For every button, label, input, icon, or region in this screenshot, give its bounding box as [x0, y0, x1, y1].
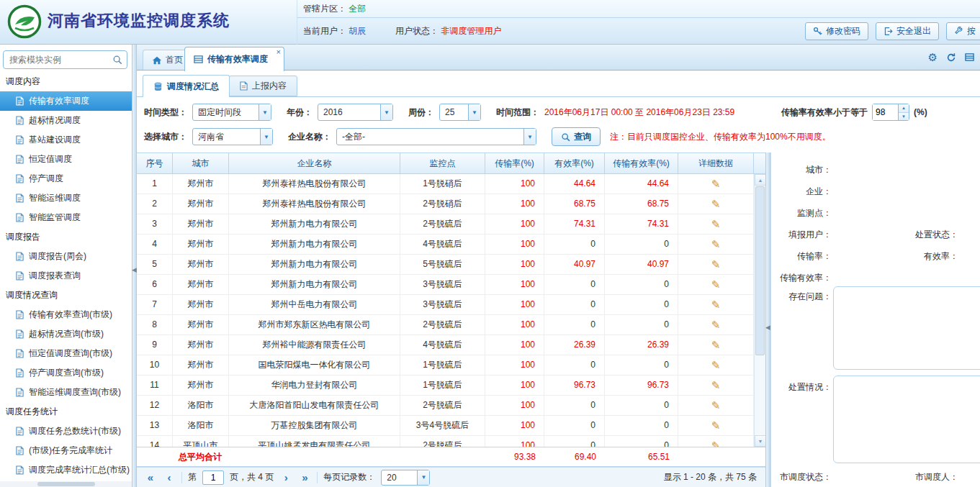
- edit-detail-icon[interactable]: ✎: [711, 339, 721, 351]
- column-header[interactable]: 传输有效率(%): [605, 153, 678, 173]
- edit-detail-icon[interactable]: ✎: [711, 399, 721, 411]
- next-page-button[interactable]: ›: [279, 472, 292, 483]
- edit-detail-icon[interactable]: ✎: [711, 178, 721, 190]
- column-header[interactable]: 城市: [173, 153, 229, 173]
- refresh-icon[interactable]: [946, 53, 956, 63]
- year-select[interactable]: 2016 ▼: [318, 104, 393, 121]
- logout-button[interactable]: 安全退出: [876, 22, 939, 40]
- cell-company: 郑州新力电力有限公司: [229, 255, 400, 274]
- table-row[interactable]: 5 郑州市 郑州新力电力有限公司 5号脱硫后 100 40.97 40.97 ✎: [137, 255, 754, 275]
- spin-up-icon[interactable]: ▲: [899, 104, 909, 113]
- table-row[interactable]: 8 郑州市 郑州市郑东新区热电有限公司 2号脱硫后 100 0 0 ✎: [137, 315, 754, 335]
- tools-button[interactable]: 按: [946, 22, 980, 40]
- time-type-select[interactable]: 固定时间段 ▼: [192, 104, 271, 121]
- sidebar-splitter[interactable]: ◀: [132, 45, 137, 487]
- edit-detail-icon[interactable]: ✎: [711, 258, 721, 270]
- edit-detail-icon[interactable]: ✎: [711, 379, 721, 391]
- prev-page-button[interactable]: ‹: [163, 472, 176, 483]
- tab-report-content[interactable]: 上报内容: [229, 76, 297, 96]
- table-row[interactable]: 9 郑州市 郑州裕中能源有限责任公司 4号脱硫后 100 26.39 26.39…: [137, 335, 754, 355]
- sidebar-item[interactable]: 调度报告: [0, 227, 132, 247]
- database-icon: [153, 82, 163, 91]
- close-tab-icon[interactable]: ×: [277, 48, 281, 56]
- table-scrollbar[interactable]: ▲ ▼: [754, 174, 765, 447]
- edit-detail-icon[interactable]: ✎: [711, 299, 721, 311]
- table-row[interactable]: 7 郑州市 郑州中岳电力有限公司 3号脱硫后 100 0 0 ✎: [137, 295, 754, 315]
- module-search-input[interactable]: [3, 50, 127, 69]
- sidebar-item[interactable]: 调度内容: [0, 72, 132, 91]
- sidebar-item[interactable]: 调度任务统计: [0, 402, 132, 422]
- collapse-right-icon[interactable]: ◀: [765, 324, 770, 331]
- detail-splitter[interactable]: ◀: [765, 153, 770, 487]
- cell-valid: 96.73: [544, 376, 605, 395]
- change-password-button[interactable]: 修改密码: [805, 22, 868, 40]
- page-number-input[interactable]: [202, 470, 224, 485]
- edit-detail-icon[interactable]: ✎: [711, 278, 721, 291]
- sidebar-item[interactable]: 调度报表查询: [0, 266, 132, 286]
- sidebar-hscrollbar[interactable]: [0, 481, 132, 487]
- sidebar-item[interactable]: 智能监管调度: [0, 208, 132, 227]
- page-size-select[interactable]: 20 ▼: [381, 470, 430, 486]
- last-page-button[interactable]: »: [298, 472, 311, 483]
- table-row[interactable]: 13 洛阳市 万基控股集团有限公司 3号4号脱硫后 100 0 0 ✎: [137, 416, 754, 436]
- edit-detail-icon[interactable]: ✎: [711, 218, 721, 230]
- tab-dispatch-summary[interactable]: 调度情况汇总: [143, 75, 230, 97]
- column-header[interactable]: 监控点: [400, 153, 485, 173]
- sidebar-item[interactable]: 超标情况调度: [0, 111, 132, 130]
- sidebar-item[interactable]: 调度任务总数统计(市级): [0, 422, 132, 441]
- city-select[interactable]: 河南省 ▼: [192, 128, 273, 145]
- sidebar-item[interactable]: 智能运维调度查询(市级): [0, 383, 132, 402]
- summary-spacer: [400, 447, 485, 466]
- sidebar-item[interactable]: 传输有效率查询(市级): [0, 305, 132, 324]
- spin-down-icon[interactable]: ▼: [899, 113, 909, 121]
- sidebar-item[interactable]: 基站建设调度: [0, 130, 132, 150]
- table-row[interactable]: 14 平顶山市 平顶山姚孟发电有限责任公司 2号脱硫后 100 0 0 ✎: [137, 436, 754, 447]
- threshold-input[interactable]: [873, 104, 898, 120]
- sidebar-item[interactable]: 调度情况查询: [0, 286, 132, 305]
- sidebar-item[interactable]: 超标情况查询(市级): [0, 324, 132, 344]
- gear-icon[interactable]: ⚙: [928, 52, 938, 63]
- sidebar-hscroll-thumb[interactable]: [37, 482, 95, 486]
- search-icon[interactable]: [112, 55, 122, 65]
- column-header[interactable]: 有效率(%): [544, 153, 605, 173]
- scrollbar-thumb[interactable]: [755, 186, 765, 355]
- table-row[interactable]: 4 郑州市 郑州新力电力有限公司 4号脱硫后 100 0 0 ✎: [137, 235, 754, 255]
- sidebar-item[interactable]: 调度完成率统计汇总(市级): [0, 460, 132, 480]
- column-header[interactable]: 传输率(%): [485, 153, 544, 173]
- handling-textarea[interactable]: [833, 376, 980, 463]
- sidebar-item[interactable]: 智能运维调度: [0, 188, 132, 208]
- sidebar-item[interactable]: 恒定值调度: [0, 150, 132, 169]
- sidebar-item[interactable]: 停产调度查询(市级): [0, 363, 132, 383]
- table-row[interactable]: 12 洛阳市 大唐洛阳首阳山发电有限责任公司 2号脱硫后 100 0 0 ✎: [137, 396, 754, 416]
- table-row[interactable]: 6 郑州市 郑州新力电力有限公司 3号脱硫后 100 0 0 ✎: [137, 275, 754, 295]
- table-row[interactable]: 3 郑州市 郑州新力电力有限公司 2号脱硫后 100 74.31 74.31 ✎: [137, 214, 754, 235]
- first-page-button[interactable]: «: [144, 472, 157, 483]
- problem-textarea[interactable]: [833, 286, 980, 370]
- table-row[interactable]: 1 郑州市 郑州泰祥热电股份有限公司 1号脱硝后 100 44.64 44.64…: [137, 174, 754, 194]
- week-select[interactable]: 25 ▼: [439, 104, 481, 121]
- edit-detail-icon[interactable]: ✎: [711, 198, 721, 210]
- scroll-down-icon[interactable]: ▼: [755, 435, 766, 447]
- company-select[interactable]: -全部- ▼: [336, 128, 536, 145]
- column-header[interactable]: 企业名称: [229, 153, 400, 173]
- edit-detail-icon[interactable]: ✎: [711, 238, 721, 250]
- edit-detail-icon[interactable]: ✎: [711, 440, 721, 447]
- edit-detail-icon[interactable]: ✎: [711, 319, 721, 331]
- sidebar-item[interactable]: 调度报告(周会): [0, 247, 132, 266]
- column-header[interactable]: 详细数据: [678, 153, 754, 173]
- column-header[interactable]: 序号: [137, 153, 173, 173]
- collapse-left-icon[interactable]: ◀: [132, 266, 137, 273]
- sidebar-item[interactable]: 停产调度: [0, 169, 132, 188]
- edit-detail-icon[interactable]: ✎: [711, 419, 721, 432]
- edit-detail-icon[interactable]: ✎: [711, 359, 721, 371]
- scroll-up-icon[interactable]: ▲: [755, 174, 766, 186]
- sidebar-item[interactable]: (市级)任务完成率统计: [0, 441, 132, 460]
- table-row[interactable]: 2 郑州市 郑州泰祥热电股份有限公司 2号脱硝后 100 68.75 68.75…: [137, 194, 754, 214]
- table-row[interactable]: 11 郑州市 华润电力登封有限公司 1号脱硫后 100 96.73 96.73 …: [137, 376, 754, 396]
- sidebar-item[interactable]: 恒定值调度查询(市级): [0, 344, 132, 363]
- sidebar-item[interactable]: 传输有效率调度: [0, 91, 132, 111]
- query-button[interactable]: 查询: [552, 127, 601, 146]
- tab-transmission-dispatch[interactable]: 传输有效率调度 ×: [184, 47, 284, 71]
- list-view-icon[interactable]: [965, 53, 974, 62]
- table-row[interactable]: 10 郑州市 国电荥阳煤电一体化有限公司 1号脱硫后 100 0 0 ✎: [137, 355, 754, 376]
